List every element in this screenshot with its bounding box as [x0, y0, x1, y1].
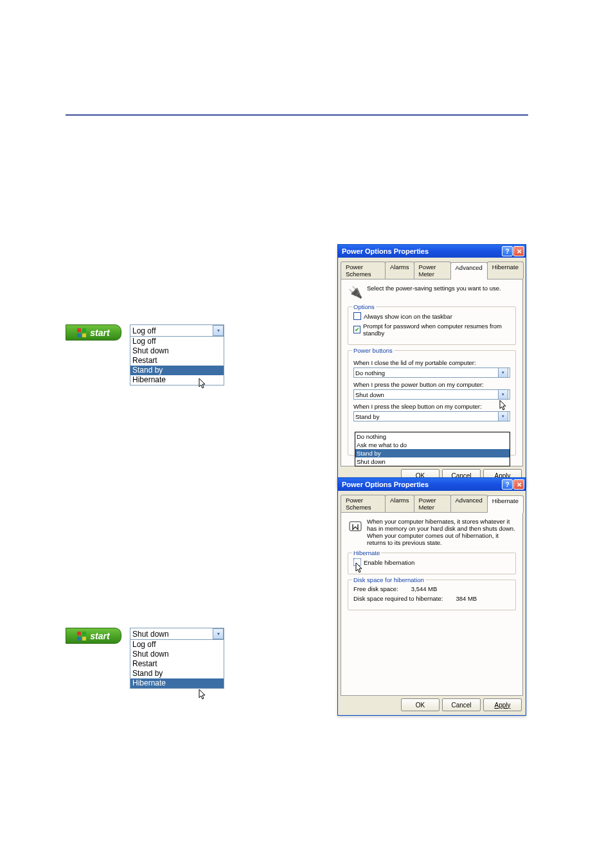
required-space-label: Disk space required to hibernate: [353, 595, 443, 602]
required-space-value: 384 MB [456, 595, 477, 602]
checkbox-taskbar[interactable] [353, 312, 361, 320]
list-item[interactable]: Log off [130, 640, 224, 650]
titlebar[interactable]: Power Options Properties ? ✕ [338, 478, 526, 491]
list-item[interactable]: Shut down [130, 650, 224, 659]
combo-list: Log off Shut down Restart Stand by Hiber… [130, 639, 224, 688]
group-label: Options [352, 303, 376, 310]
tabstrip: Power Schemes Alarms Power Meter Advance… [341, 495, 523, 512]
dialog-buttons: OK Cancel Apply [342, 698, 522, 711]
group-options: Options Always show icon on the taskbar … [348, 306, 516, 345]
select-value: Do nothing [355, 369, 385, 376]
chevron-down-icon[interactable]: ▾ [213, 325, 224, 336]
close-icon: ✕ [517, 481, 522, 488]
tab-hibernate[interactable]: Hibernate [487, 261, 524, 279]
intro-text: Select the power-saving settings you wan… [367, 285, 501, 300]
titlebar[interactable]: Power Options Properties ? ✕ [338, 245, 526, 258]
select-sleep[interactable]: Stand by ▾ [353, 411, 510, 421]
list-item[interactable]: Restart [130, 356, 224, 366]
chevron-down-icon[interactable]: ▾ [498, 389, 508, 400]
start-label: start [90, 631, 109, 641]
label-sleep: When I press the sleep button on my comp… [353, 403, 510, 410]
shutdown-combo[interactable]: Log off ▾ Log off Shut down Restart Stan… [130, 324, 224, 385]
combo-list: Log off Shut down Restart Stand by Hiber… [130, 336, 224, 385]
list-item[interactable]: Hibernate [130, 375, 224, 385]
apply-button[interactable]: Apply [483, 698, 522, 711]
close-button[interactable]: ✕ [513, 479, 524, 490]
dialog-title: Power Options Properties [342, 481, 429, 488]
combo-selected: Shut down [132, 630, 169, 639]
cancel-button[interactable]: Cancel [442, 698, 481, 711]
select-value: Shut down [355, 391, 384, 398]
chevron-down-icon[interactable]: ▾ [498, 411, 508, 421]
tabstrip: Power Schemes Alarms Power Meter Advance… [341, 261, 523, 279]
horizontal-rule [66, 114, 528, 116]
chevron-down-icon[interactable]: ▾ [213, 628, 224, 639]
list-item[interactable]: Do nothing [355, 432, 510, 441]
tab-power-schemes[interactable]: Power Schemes [341, 261, 386, 279]
select-lid[interactable]: Do nothing ▾ [353, 368, 510, 378]
power-options-dialog: Power Options Properties ? ✕ Power Schem… [337, 244, 526, 486]
group-label: Disk space for hibernation [352, 576, 425, 583]
list-item[interactable]: Stand by [130, 366, 224, 375]
free-space-label: Free disk space: [353, 585, 398, 592]
free-space-value: 3,544 MB [411, 585, 438, 592]
help-button[interactable]: ? [502, 246, 513, 256]
tab-advanced[interactable]: Advanced [450, 495, 488, 512]
tab-power-schemes[interactable]: Power Schemes [341, 495, 386, 512]
combo-selected: Log off [132, 326, 155, 335]
intro-text: When your computer hibernates, it stores… [367, 518, 516, 546]
power-options-dialog: Power Options Properties ? ✕ Power Schem… [337, 477, 526, 716]
close-button[interactable]: ✕ [513, 246, 524, 256]
start-button[interactable]: start [66, 324, 121, 341]
tab-advanced[interactable]: Advanced [450, 262, 488, 279]
select-sleep-dropdown: Do nothing Ask me what to do Stand by Sh… [355, 432, 510, 466]
combo-head[interactable]: Log off ▾ [130, 325, 224, 336]
list-item[interactable]: Stand by [130, 669, 224, 678]
label-power: When I press the power button on my comp… [353, 381, 510, 388]
tab-alarms[interactable]: Alarms [385, 495, 414, 512]
list-item[interactable]: Log off [130, 337, 224, 346]
start-button[interactable]: start [66, 628, 121, 644]
chk-taskbar-label: Always show icon on the taskbar [364, 313, 452, 320]
checkbox-prompt[interactable]: ✔ [353, 326, 360, 333]
select-value: Stand by [355, 413, 380, 420]
start-label: start [90, 328, 109, 338]
group-power-buttons: Power buttons When I close the lid of my… [348, 350, 516, 456]
list-item[interactable]: Shut down [355, 457, 510, 466]
ok-button[interactable]: OK [401, 698, 440, 711]
chk-prompt-label: Prompt for password when computer resume… [363, 323, 510, 337]
help-button[interactable]: ? [502, 479, 513, 490]
list-item[interactable]: Shut down [130, 346, 224, 356]
list-item[interactable]: Hibernate [130, 678, 224, 688]
battery-plug-icon: 🔌 [348, 285, 363, 300]
shutdown-combo[interactable]: Shut down ▾ Log off Shut down Restart St… [130, 628, 224, 689]
group-disk-space: Disk space for hibernation Free disk spa… [348, 580, 516, 610]
close-icon: ✕ [517, 248, 522, 255]
group-label: Power buttons [352, 347, 394, 354]
list-item[interactable]: Ask me what to do [355, 441, 510, 449]
chk-enable-label: Enable hibernation [364, 559, 414, 566]
windows-logo-icon [77, 632, 87, 641]
label-lid: When I close the lid of my portable comp… [353, 359, 510, 366]
hibernate-icon [348, 518, 363, 533]
tab-power-meter[interactable]: Power Meter [414, 495, 451, 512]
cursor-icon [198, 689, 208, 703]
tab-alarms[interactable]: Alarms [385, 261, 414, 279]
page: start Log off ▾ Log off Shut down Restar… [0, 0, 613, 868]
tab-hibernate[interactable]: Hibernate [487, 495, 524, 513]
checkbox-enable-hibernation[interactable] [353, 558, 361, 566]
dialog-title: Power Options Properties [342, 247, 429, 255]
panel-advanced: 🔌 Select the power-saving settings you w… [341, 279, 523, 466]
group-label: Hibernate [352, 549, 381, 556]
tab-power-meter[interactable]: Power Meter [414, 261, 451, 279]
combo-head[interactable]: Shut down ▾ [130, 628, 224, 639]
list-item[interactable]: Stand by [355, 449, 510, 457]
list-item[interactable]: Restart [130, 659, 224, 669]
windows-logo-icon [77, 328, 87, 337]
panel-hibernate: When your computer hibernates, it stores… [341, 512, 523, 696]
select-power[interactable]: Shut down ▾ [353, 389, 510, 400]
group-hibernate: Hibernate Enable hibernation [348, 553, 516, 574]
chevron-down-icon[interactable]: ▾ [498, 368, 508, 378]
